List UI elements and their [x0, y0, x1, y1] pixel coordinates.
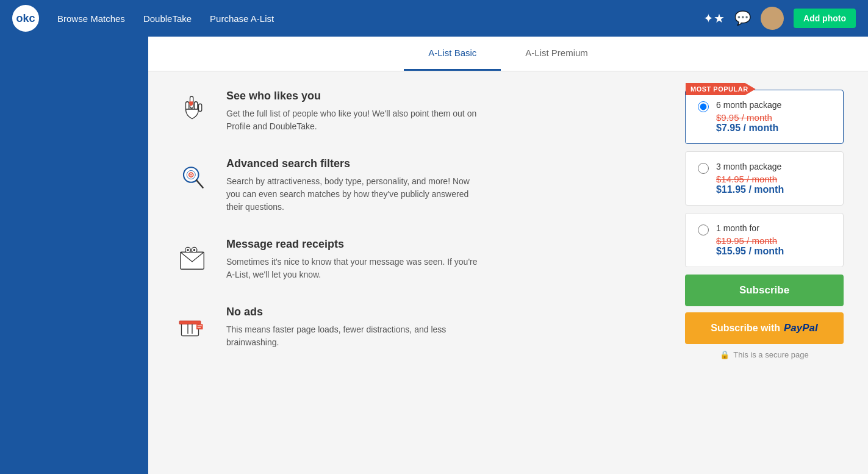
paypal-subscribe-button[interactable]: Subscribe with PayPal [685, 312, 844, 344]
pricing-1month-details: 1 month for $19.95 / month $15.95 / mont… [716, 223, 784, 257]
secure-note: 🔒 This is a secure page [685, 350, 844, 359]
feature-read-receipts: Message read receipts Sometimes it's nic… [173, 238, 661, 281]
pricing-3month-details: 3 month package $14.95 / month $11.95 / … [716, 162, 784, 195]
tabs-container: A-List Basic A-List Premium [148, 37, 868, 71]
pricing-1month-current: $15.95 / month [716, 246, 784, 257]
okc-logo[interactable]: okc [12, 5, 39, 32]
sidebar [0, 37, 148, 474]
svg-rect-18 [196, 324, 203, 329]
feature-who-likes-text: See who likes you Get the full list of p… [226, 90, 482, 133]
feature-who-likes-desc: Get the full list of people who like you… [226, 107, 482, 133]
feature-search-desc: Search by attractiveness, body type, per… [226, 175, 482, 214]
features-list: See who likes you Get the full list of p… [173, 90, 661, 359]
pricing-6month-current: $7.95 / month [716, 123, 781, 134]
svg-point-13 [193, 249, 196, 251]
svg-point-11 [187, 249, 189, 251]
feature-no-ads: No ads This means faster page loads, few… [173, 306, 661, 349]
lock-icon: 🔒 [720, 350, 730, 359]
pricing-panel: MOST POPULAR 6 month package $9.95 / mon… [685, 90, 844, 359]
pricing-6month-details: 6 month package $9.95 / month $7.95 / mo… [716, 100, 781, 134]
svg-rect-3 [199, 104, 202, 111]
feature-no-ads-desc: This means faster page loads, fewer dist… [226, 323, 482, 349]
pricing-3month-current: $11.95 / month [716, 184, 784, 195]
feature-no-ads-title: No ads [226, 306, 482, 318]
search-filter-icon [173, 157, 212, 196]
feature-who-likes-title: See who likes you [226, 90, 482, 102]
nav-purchase-alist[interactable]: Purchase A-List [210, 13, 274, 24]
pricing-6month[interactable]: MOST POPULAR 6 month package $9.95 / mon… [685, 90, 844, 144]
no-ads-icon [173, 306, 212, 345]
navbar-right: ✦★ 💬 Add photo [703, 7, 856, 30]
navbar: okc Browse Matches DoubleTake Purchase A… [0, 0, 868, 37]
pricing-1month[interactable]: 1 month for $19.95 / month $15.95 / mont… [685, 213, 844, 267]
svg-rect-15 [179, 321, 201, 324]
secure-label: This is a secure page [733, 350, 809, 359]
pricing-1month-label: 1 month for [716, 223, 784, 233]
pricing-6month-label: 6 month package [716, 100, 781, 110]
envelope-icon [173, 238, 212, 277]
content-area: See who likes you Get the full list of p… [148, 71, 868, 378]
most-popular-badge: MOST POPULAR [686, 83, 756, 95]
svg-point-8 [190, 174, 192, 176]
who-likes-icon [173, 90, 212, 129]
pricing-3month-original: $14.95 / month [716, 174, 784, 184]
feature-advanced-search: Advanced search filters Search by attrac… [173, 157, 661, 214]
pricing-1month-original: $19.95 / month [716, 235, 784, 246]
feature-search-text: Advanced search filters Search by attrac… [226, 157, 482, 214]
pricing-1month-radio[interactable] [698, 224, 709, 235]
user-avatar[interactable] [761, 7, 784, 30]
pricing-6month-radio[interactable] [698, 101, 709, 112]
feature-search-title: Advanced search filters [226, 157, 482, 170]
subscribe-button[interactable]: Subscribe [685, 275, 844, 306]
pricing-3month[interactable]: 3 month package $14.95 / month $11.95 / … [685, 151, 844, 206]
nav-browse-matches[interactable]: Browse Matches [57, 13, 125, 24]
add-photo-button[interactable]: Add photo [794, 9, 856, 28]
feature-read-receipts-text: Message read receipts Sometimes it's nic… [226, 238, 482, 281]
messages-icon[interactable]: 💬 [734, 10, 751, 26]
feature-no-ads-text: No ads This means faster page loads, few… [226, 306, 482, 349]
pricing-6month-original: $9.95 / month [716, 112, 781, 123]
nav-doubletake[interactable]: DoubleTake [143, 13, 192, 24]
paypal-text: Subscribe with PayPal [695, 322, 834, 334]
main-content: A-List Basic A-List Premium [148, 37, 868, 474]
likes-star-icon[interactable]: ✦★ [703, 11, 725, 26]
svg-line-6 [196, 180, 203, 187]
tab-alist-premium[interactable]: A-List Premium [501, 37, 612, 71]
feature-who-likes-you: See who likes you Get the full list of p… [173, 90, 661, 133]
paypal-logo: PayPal [784, 322, 818, 334]
pricing-3month-radio[interactable] [698, 163, 709, 174]
feature-read-receipts-title: Message read receipts [226, 238, 482, 251]
paypal-prefix: Subscribe with [711, 323, 780, 334]
pricing-3month-label: 3 month package [716, 162, 784, 171]
svg-rect-14 [182, 323, 199, 336]
tab-alist-basic[interactable]: A-List Basic [404, 37, 501, 71]
feature-read-receipts-desc: Sometimes it's nice to know that your me… [226, 256, 482, 281]
